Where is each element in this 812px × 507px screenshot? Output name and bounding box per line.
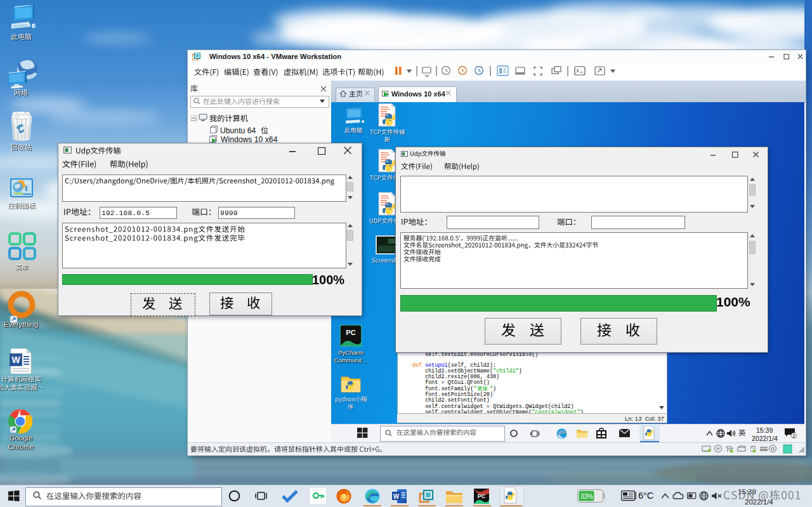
svg-text:PC: PC [346,329,355,336]
svg-text:W: W [393,493,400,500]
svg-text:33%: 33% [580,493,593,500]
svg-text:2: 2 [792,433,796,439]
svg-text:PC: PC [478,493,486,499]
svg-text:W: W [11,355,20,365]
